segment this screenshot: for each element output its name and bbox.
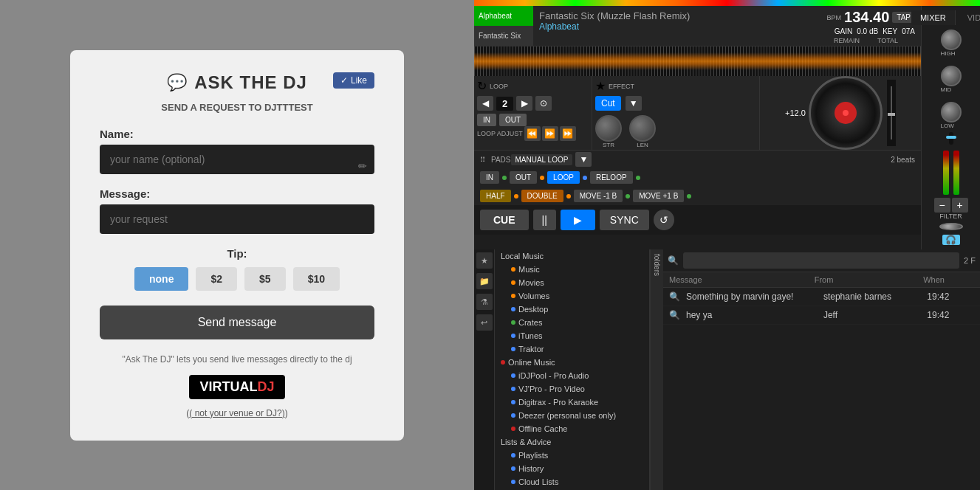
headphone-button[interactable]: 🎧 bbox=[942, 235, 960, 245]
high-knob[interactable] bbox=[941, 30, 962, 50]
str-label: STR bbox=[595, 142, 622, 148]
play-button[interactable]: ▶ bbox=[561, 210, 595, 230]
tree-item-label: iTunes bbox=[518, 331, 543, 340]
effect-select-button[interactable]: Cut bbox=[595, 96, 621, 111]
knobs-row: STR LEN bbox=[595, 115, 756, 148]
ml-in-button[interactable]: IN bbox=[480, 171, 499, 184]
loop-next-button[interactable]: ▶ bbox=[516, 96, 532, 111]
cue-button[interactable]: CUE bbox=[480, 210, 529, 230]
search-input[interactable] bbox=[683, 252, 959, 269]
tree-item[interactable]: Local Music bbox=[495, 249, 649, 263]
tree-item[interactable]: Volumes bbox=[495, 289, 649, 303]
content-area: 🔍 2 F Message From When 🔍 Something by m… bbox=[663, 249, 980, 490]
mid-knob[interactable] bbox=[941, 66, 962, 86]
table-row[interactable]: 🔍 Something by marvin gaye! stephanie ba… bbox=[663, 288, 980, 306]
move-plus-button[interactable]: MOVE +1 B bbox=[633, 190, 684, 202]
effect-icon: ★ bbox=[595, 79, 606, 93]
pad-mode-select[interactable]: MANUAL LOOP bbox=[511, 154, 573, 165]
ml-in-dot bbox=[502, 176, 507, 180]
gain-value: 0.0 dB bbox=[857, 27, 878, 35]
ml-reloop-button[interactable]: RELOOP bbox=[590, 171, 633, 184]
loop-in-button[interactable]: IN bbox=[477, 114, 496, 126]
tree-dot bbox=[511, 427, 515, 431]
loop-return-button[interactable]: ↺ bbox=[654, 210, 674, 230]
gain-slider[interactable] bbox=[949, 132, 953, 145]
tree-dot bbox=[511, 294, 515, 298]
move-minus-button[interactable]: MOVE -1 B bbox=[574, 190, 623, 202]
low-knob[interactable] bbox=[941, 102, 962, 122]
gain-plus-button[interactable]: + bbox=[952, 198, 968, 213]
tree-item[interactable]: Deezer (personal use only) bbox=[495, 409, 649, 422]
loop-adj-back-button[interactable]: ⏪ bbox=[524, 126, 541, 141]
table-row[interactable]: 🔍 hey ya Jeff 19:42 bbox=[663, 306, 980, 325]
tree-item[interactable]: History bbox=[495, 462, 649, 475]
mixer-tab[interactable]: MIXER bbox=[911, 10, 956, 25]
tip-none-button[interactable]: none bbox=[134, 267, 188, 291]
gain-minus-button[interactable]: − bbox=[934, 198, 950, 213]
col-when-header: When bbox=[923, 275, 974, 284]
effect-section-header: ★ EFFECT bbox=[595, 79, 756, 93]
message-input[interactable] bbox=[100, 204, 374, 234]
filter-knob[interactable] bbox=[939, 223, 963, 230]
bpm-value: 134.40 bbox=[844, 9, 889, 26]
tree-item[interactable]: Digitrax - Pro Karaoke bbox=[495, 396, 649, 409]
loop-out-button[interactable]: OUT bbox=[499, 114, 527, 126]
tree-item[interactable]: Desktop bbox=[495, 303, 649, 316]
tree-item[interactable]: Movies bbox=[495, 276, 649, 289]
total-label: TOTAL bbox=[877, 37, 915, 44]
left-panel: 💬 ASK THE DJ ✓ Like SEND A REQUEST TO DJ… bbox=[0, 0, 474, 490]
loop-adj-fwd-button[interactable]: ⏩ bbox=[560, 126, 576, 141]
str-knob[interactable] bbox=[595, 115, 622, 142]
loop-adjust-label: LOOP ADJUST bbox=[477, 130, 523, 137]
name-input[interactable] bbox=[100, 145, 374, 174]
name-label: Name: bbox=[100, 128, 374, 140]
pause-button[interactable]: || bbox=[533, 210, 556, 230]
pad-expand-button[interactable]: ▼ bbox=[575, 152, 592, 167]
not-your-venue-link[interactable]: ( not your venue or DJ?) bbox=[189, 408, 284, 418]
tree-item[interactable]: Crates bbox=[495, 316, 649, 329]
tree-item[interactable]: Traktor bbox=[495, 342, 649, 356]
len-knob[interactable] bbox=[629, 115, 656, 142]
tree-item[interactable]: Lists & Advice bbox=[495, 435, 649, 449]
effect-expand-button[interactable]: ▼ bbox=[626, 96, 642, 111]
tip-2-button[interactable]: $2 bbox=[196, 267, 237, 291]
send-button[interactable]: Send message bbox=[100, 306, 374, 339]
tree-dot bbox=[511, 387, 515, 391]
tree-item-label: Movies bbox=[518, 278, 544, 287]
like-button[interactable]: ✓ Like bbox=[333, 72, 374, 89]
turntable[interactable] bbox=[809, 76, 883, 150]
tree-item[interactable]: iTunes bbox=[495, 329, 649, 342]
tree-item[interactable]: VJ'Pro - Pro Video bbox=[495, 382, 649, 396]
tree-item[interactable]: iDJPool - Pro Audio bbox=[495, 369, 649, 382]
filter-icon-button[interactable]: ⚗ bbox=[476, 294, 493, 310]
ml-out-button[interactable]: OUT bbox=[510, 171, 537, 184]
tree-item[interactable]: Offline Cache bbox=[495, 422, 649, 435]
tree-item[interactable]: Cloud Lists bbox=[495, 475, 649, 489]
loop-adj-step-button[interactable]: ⏩ bbox=[542, 126, 558, 141]
pitch-slider[interactable] bbox=[887, 80, 896, 146]
folder-icon-button[interactable]: 📁 bbox=[476, 273, 493, 289]
tree-dot bbox=[511, 280, 515, 285]
folders-handle[interactable]: folders bbox=[650, 249, 663, 490]
right-panel: Alphabeat Fantastic Six Fantastic Six (M… bbox=[474, 0, 980, 490]
key-value: 07A bbox=[902, 27, 915, 35]
vid-tab[interactable]: VID bbox=[959, 10, 980, 25]
favorites-icon-button[interactable]: ★ bbox=[476, 252, 493, 269]
tree-item-label: Cloud Lists bbox=[518, 477, 558, 486]
tree-item[interactable]: Online Music bbox=[495, 356, 649, 369]
double-button[interactable]: DOUBLE bbox=[521, 190, 563, 202]
not-your-venue-text: (( not your venue or DJ?)) bbox=[100, 408, 374, 418]
tip-5-button[interactable]: $5 bbox=[244, 267, 286, 291]
tree-item[interactable]: Music bbox=[495, 263, 649, 276]
loop-snap-button[interactable]: ⊙ bbox=[535, 96, 552, 111]
sync-button[interactable]: SYNC bbox=[600, 210, 649, 230]
arrow-icon-button[interactable]: ↩ bbox=[476, 314, 493, 331]
half-button[interactable]: HALF bbox=[480, 190, 511, 202]
tip-10-button[interactable]: $10 bbox=[293, 267, 340, 291]
ml-loop-button[interactable]: LOOP bbox=[547, 171, 580, 184]
tree-item[interactable]: Playlists bbox=[495, 449, 649, 462]
loop-prev-button[interactable]: ◀ bbox=[477, 96, 493, 111]
loop-section-header: ↻ LOOP bbox=[477, 79, 589, 93]
message-label: Message: bbox=[100, 187, 374, 200]
stats-row: GAIN 0.0 dB KEY 07A bbox=[835, 27, 915, 35]
